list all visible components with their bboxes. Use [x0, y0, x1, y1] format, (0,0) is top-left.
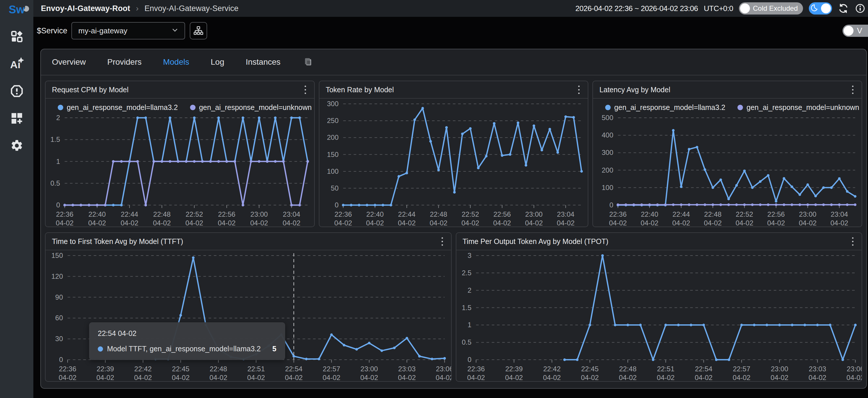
svg-text:22:48: 22:48	[153, 210, 170, 218]
refresh-button[interactable]	[838, 3, 849, 14]
cold-excluded-label: Cold Excluded	[753, 4, 798, 12]
svg-text:23:06: 23:06	[436, 365, 451, 373]
svg-text:04-02: 04-02	[641, 219, 658, 226]
chevron-down-icon	[170, 26, 179, 36]
svg-text:0.5: 0.5	[462, 338, 471, 346]
kebab-menu-icon[interactable]	[850, 83, 855, 96]
svg-text:200: 200	[602, 166, 613, 174]
svg-text:1: 1	[56, 157, 60, 165]
token-rate-chart-canvas[interactable]: 05010015020025030022:3604-0222:4004-0222…	[319, 99, 588, 226]
tpot-chart-canvas[interactable]: 00.511.522.5322:3604-0222:3904-0222:4204…	[456, 250, 862, 381]
svg-text:22:52: 22:52	[462, 210, 479, 218]
timezone-label: UTC+0:0	[704, 4, 733, 13]
svg-text:23:06: 23:06	[846, 365, 862, 373]
svg-text:30: 30	[55, 335, 63, 343]
svg-text:500: 500	[602, 114, 613, 122]
svg-text:2.5: 2.5	[462, 269, 471, 277]
kebab-menu-icon[interactable]	[440, 235, 445, 248]
svg-text:04-02: 04-02	[461, 219, 479, 226]
kebab-menu-icon[interactable]	[577, 83, 581, 96]
skywalking-logo[interactable]: Sw	[9, 3, 25, 16]
svg-text:04-02: 04-02	[153, 219, 170, 226]
cold-excluded-toggle[interactable]: Cold Excluded	[739, 2, 803, 14]
svg-text:90: 90	[55, 293, 63, 301]
chart-card-tpot: Time Per Output Token Avg by Model (TPOT…	[456, 232, 863, 382]
tooltip-value: 5	[272, 345, 276, 353]
svg-text:150: 150	[51, 251, 63, 259]
ttft-chart-canvas[interactable]: 030609012015022:3604-0222:3904-0222:4204…	[45, 250, 451, 381]
svg-text:04-02: 04-02	[673, 219, 690, 226]
topology-button[interactable]	[190, 22, 207, 39]
chart-legend: gen_ai_response_model=llama3.2gen_ai_res…	[45, 99, 314, 113]
info-button[interactable]	[855, 3, 866, 14]
svg-text:23:03: 23:03	[809, 365, 826, 373]
breadcrumb-current[interactable]: Envoy-AI-Gateway-Service	[145, 4, 239, 13]
service-select-value: my-ai-gateway	[78, 26, 170, 35]
chart-title: Latency Avg by Model	[599, 86, 670, 94]
tab-log[interactable]: Log	[211, 57, 224, 67]
svg-text:04-02: 04-02	[694, 374, 712, 381]
svg-text:0: 0	[56, 201, 60, 209]
tab-providers[interactable]: Providers	[107, 57, 142, 67]
sidebar-item-settings[interactable]	[9, 139, 24, 153]
tooltip-series-label: Model TTFT, gen_ai_response_model=llama3…	[107, 345, 261, 353]
svg-text:04-02: 04-02	[96, 374, 114, 381]
legend-label: gen_ai_response_model=unknown	[746, 103, 859, 112]
ai-icon: Ai	[9, 57, 24, 72]
legend-dot-icon	[190, 105, 195, 110]
svg-text:04-02: 04-02	[134, 374, 152, 381]
svg-text:04-02: 04-02	[846, 374, 862, 381]
svg-text:23:04: 23:04	[557, 210, 575, 218]
kebab-menu-icon[interactable]	[850, 235, 855, 248]
svg-text:23:00: 23:00	[525, 210, 542, 218]
svg-text:60: 60	[55, 314, 63, 322]
time-range-picker[interactable]: 2026-04-02 22:36 ~ 2026-04-02 23:06	[575, 4, 698, 13]
svg-text:22:39: 22:39	[97, 365, 114, 373]
svg-text:04-02: 04-02	[436, 374, 451, 381]
kebab-menu-icon[interactable]	[303, 83, 308, 96]
card-header: Request CPM by Model	[45, 81, 314, 99]
request-cpm-chart-canvas[interactable]: 00.511.5222:3604-0222:4004-0222:4404-022…	[45, 113, 314, 226]
sidebar-item-dashboards[interactable]	[9, 112, 24, 126]
service-select[interactable]: my-ai-gateway	[71, 22, 185, 39]
sidebar-item-ai-pipe[interactable]: Ai	[9, 57, 24, 72]
svg-text:300: 300	[327, 100, 339, 108]
chart-tooltip: 22:54 04-02 Model TTFT, gen_ai_response_…	[89, 322, 285, 360]
svg-text:250: 250	[327, 117, 339, 124]
svg-text:150: 150	[327, 151, 339, 158]
breadcrumb: Envoy-AI-Gateway-Root › Envoy-AI-Gateway…	[41, 4, 239, 13]
copy-dashboard-icon[interactable]	[303, 57, 313, 67]
sidebar-item-alerts[interactable]	[9, 84, 24, 99]
svg-text:22:40: 22:40	[641, 210, 658, 218]
dark-mode-toggle[interactable]	[809, 2, 832, 14]
chart-body: 030609012015022:3604-0222:3904-0222:4204…	[45, 250, 451, 381]
version-toggle[interactable]: V	[842, 25, 868, 37]
latency-avg-chart-canvas[interactable]: 010020030040050022:3604-0222:4004-0222:4…	[593, 113, 862, 226]
svg-text:1.5: 1.5	[51, 135, 60, 143]
toggle-knob	[821, 3, 831, 13]
charts-grid: Request CPM by Model gen_ai_response_mod…	[41, 75, 866, 387]
svg-text:04-02: 04-02	[736, 219, 753, 226]
version-toggle-label: V	[857, 26, 862, 35]
tab-models[interactable]: Models	[163, 57, 189, 67]
legend-item[interactable]: gen_ai_response_model=unknown	[190, 103, 312, 112]
svg-text:04-02: 04-02	[56, 219, 73, 226]
svg-text:04-02: 04-02	[525, 219, 542, 226]
legend-item[interactable]: gen_ai_response_model=llama3.2	[605, 103, 725, 112]
svg-text:23:00: 23:00	[361, 365, 378, 373]
sidebar-item-marketplace[interactable]	[9, 30, 24, 44]
svg-text:200: 200	[327, 133, 339, 141]
svg-text:04-02: 04-02	[121, 219, 138, 226]
svg-text:22:48: 22:48	[430, 210, 447, 218]
svg-text:23:04: 23:04	[831, 210, 848, 218]
sidebar-nav: Ai	[9, 30, 24, 153]
svg-text:22:51: 22:51	[247, 365, 265, 373]
legend-item[interactable]: gen_ai_response_model=llama3.2	[58, 103, 178, 112]
legend-item[interactable]: gen_ai_response_model=unknown	[738, 103, 859, 112]
breadcrumb-root[interactable]: Envoy-AI-Gateway-Root	[41, 4, 130, 13]
svg-text:100: 100	[327, 167, 339, 175]
tab-overview[interactable]: Overview	[52, 57, 86, 67]
tab-instances[interactable]: Instances	[246, 57, 281, 67]
svg-text:04-02: 04-02	[771, 374, 788, 381]
legend-dot-icon	[738, 105, 743, 110]
